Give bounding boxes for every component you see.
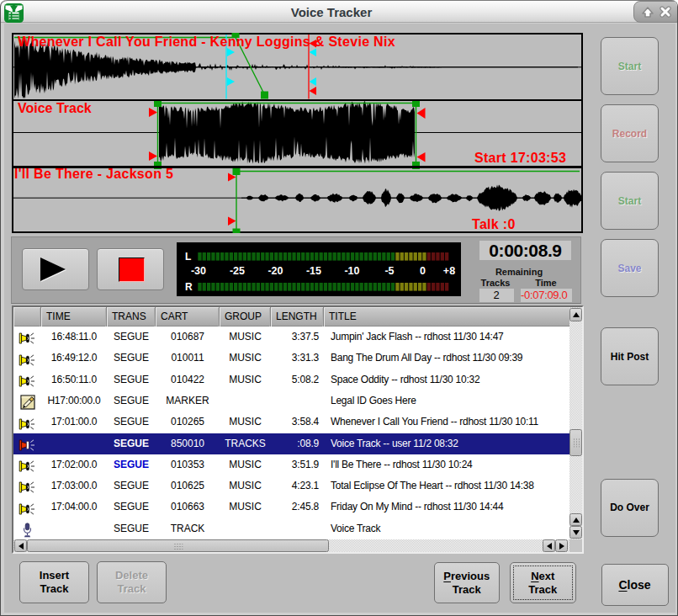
svg-text:-15: -15 bbox=[306, 265, 321, 277]
svg-text:-10: -10 bbox=[344, 265, 359, 277]
svg-text:-20: -20 bbox=[267, 265, 283, 277]
svg-text:-5: -5 bbox=[384, 265, 394, 277]
svg-text:0: 0 bbox=[420, 265, 426, 277]
svg-text:-30: -30 bbox=[191, 265, 206, 277]
svg-text:+8: +8 bbox=[443, 265, 455, 277]
svg-text:L: L bbox=[185, 251, 191, 263]
svg-text:-25: -25 bbox=[230, 265, 245, 277]
svg-text:R: R bbox=[185, 281, 193, 293]
